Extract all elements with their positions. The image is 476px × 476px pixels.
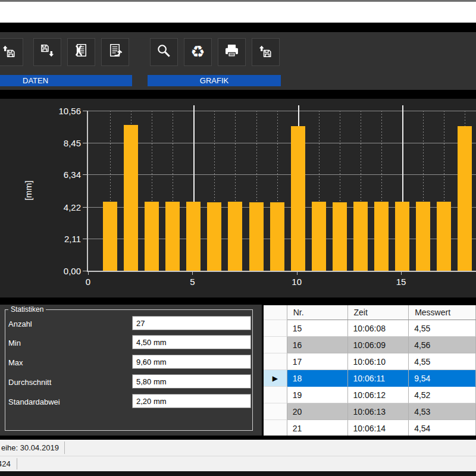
cell-messwert[interactable]: 9,54	[409, 370, 476, 387]
statusbar-divider	[17, 458, 17, 469]
bar-chart-plot[interactable]	[87, 111, 476, 272]
cell-nr[interactable]: 18	[287, 370, 348, 387]
table-row-21[interactable]: 2110:06:144,54	[264, 420, 476, 436]
cell-nr[interactable]: 21	[287, 420, 348, 436]
stat-input-anzahl[interactable]	[132, 316, 251, 330]
cell-messwert[interactable]: 4,53	[409, 403, 476, 420]
y-tick-mark	[83, 207, 87, 208]
bar-12	[333, 202, 347, 271]
statistics-title: Statistiken	[8, 305, 46, 314]
row-selector[interactable]	[264, 353, 287, 370]
bar-8	[249, 202, 264, 271]
recycle-glyph: ♻	[190, 43, 205, 61]
bottom-border-strip	[0, 471, 476, 476]
bar-2	[124, 125, 138, 271]
table-row-19[interactable]: 1910:06:124,52	[264, 387, 476, 403]
statusbar-series-text: eihe: 30.04.2019	[0, 443, 59, 452]
statusbar-device: 424	[0, 456, 476, 471]
measurement-table[interactable]: Nr.ZeitMesswert1510:06:084,551610:06:094…	[264, 305, 476, 436]
cell-nr[interactable]: 16	[287, 337, 348, 353]
zoom-button[interactable]	[150, 38, 178, 66]
col-header-zeit[interactable]: Zeit	[348, 305, 409, 320]
cell-messwert[interactable]: 4,52	[409, 387, 476, 403]
col-header-nr[interactable]: Nr.	[287, 305, 348, 320]
x-tick-mark	[297, 272, 298, 275]
bar-14	[374, 202, 389, 271]
x-tick-label: 10	[285, 277, 309, 287]
stat-input-min[interactable]	[132, 335, 251, 349]
y-tick-mark	[83, 271, 87, 271]
delete-data-button[interactable]	[67, 38, 95, 66]
x-tick-label: 15	[389, 277, 413, 287]
load-data-button[interactable]	[0, 38, 23, 66]
separator-band	[0, 23, 476, 32]
save-graphic-button[interactable]	[252, 38, 280, 66]
cell-messwert[interactable]: 4,55	[409, 353, 476, 370]
row-selector[interactable]: ▶	[264, 370, 287, 387]
cell-zeit[interactable]: 10:06:10	[348, 353, 409, 370]
h-gridline	[88, 174, 476, 175]
statusbar-divider	[64, 441, 65, 454]
bar-18	[458, 126, 472, 271]
save-graphic-icon	[256, 42, 275, 62]
y-tick-mark	[83, 174, 87, 175]
table-row-16[interactable]: 1610:06:094,56	[264, 337, 476, 353]
cell-messwert[interactable]: 4,56	[409, 337, 476, 353]
title-bar-band	[0, 2, 476, 23]
table-row-20[interactable]: 2010:06:134,53	[264, 403, 476, 420]
stat-input-durchschnitt[interactable]	[132, 374, 251, 389]
refresh-icon: ♻	[190, 44, 205, 60]
chart-y-axis-label: [mm]	[23, 173, 35, 208]
cell-zeit[interactable]: 10:06:09	[348, 337, 409, 353]
zoom-icon	[155, 42, 173, 62]
table-row-15[interactable]: 1510:06:084,55	[264, 320, 476, 337]
cell-zeit[interactable]: 10:06:12	[348, 387, 409, 403]
stat-label-durchschnitt: Durchschnitt	[8, 378, 51, 387]
statistics-panel: Statistiken Anzahl Min Max Durchschnitt …	[0, 305, 262, 437]
cell-nr[interactable]: 20	[287, 403, 348, 420]
table-header-row: Nr.ZeitMesswert	[264, 305, 476, 320]
row-selector[interactable]	[264, 337, 287, 353]
row-selector[interactable]	[264, 420, 287, 436]
refresh-button[interactable]: ♻	[184, 38, 212, 66]
toolbar-group-label-daten: DATEN	[0, 75, 132, 86]
save-data-button[interactable]	[33, 38, 61, 66]
delete-data-icon	[72, 42, 90, 62]
cell-messwert[interactable]: 4,55	[409, 320, 476, 337]
row-selector[interactable]	[264, 403, 287, 420]
export-data-button[interactable]	[101, 38, 129, 66]
cell-zeit[interactable]: 10:06:08	[348, 320, 409, 337]
cell-messwert[interactable]: 4,54	[409, 420, 476, 436]
y-tick-label: 8,45	[50, 138, 81, 148]
bar-9	[270, 202, 284, 271]
col-header-messwert[interactable]: Messwert	[409, 305, 476, 320]
y-tick-label: 4,22	[50, 202, 81, 212]
status-separator	[0, 436, 476, 440]
load-data-icon	[0, 42, 18, 62]
cell-nr[interactable]: 17	[287, 353, 348, 370]
cell-zeit[interactable]: 10:06:13	[348, 403, 409, 420]
bar-3	[145, 202, 159, 271]
cell-nr[interactable]: 15	[287, 320, 348, 337]
print-button[interactable]	[218, 38, 246, 66]
bar-7	[228, 202, 242, 271]
cell-nr[interactable]: 19	[287, 387, 348, 403]
cell-zeit[interactable]: 10:06:11	[348, 370, 409, 387]
table-row-17[interactable]: 1710:06:104,55	[264, 353, 476, 370]
y-tick-label: 6,34	[50, 170, 81, 180]
statusbar-device-text: 424	[0, 456, 11, 472]
cell-zeit[interactable]: 10:06:14	[348, 420, 409, 436]
row-selector[interactable]	[264, 320, 287, 337]
table-row-18[interactable]: ▶1810:06:119,54	[264, 370, 476, 387]
stat-input-standardabwei[interactable]	[132, 394, 251, 408]
bar-13	[353, 202, 368, 271]
chart-section: [mm] 0,002,114,226,348,4510,56051015	[0, 99, 476, 298]
h-gridline	[88, 143, 476, 143]
stat-label-min: Min	[8, 339, 21, 347]
stat-input-max[interactable]	[132, 355, 251, 369]
bar-10	[291, 126, 305, 271]
bar-5	[186, 202, 201, 271]
x-tick-label: 0	[76, 277, 100, 287]
row-selector[interactable]	[264, 387, 287, 403]
bar-17	[437, 202, 451, 271]
